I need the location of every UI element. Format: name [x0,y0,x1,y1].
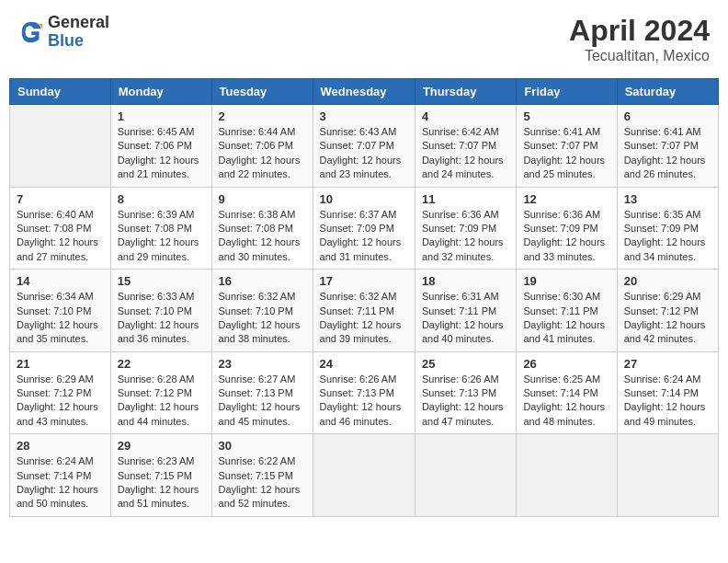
day-info: Sunrise: 6:26 AM Sunset: 7:13 PM Dayligh… [422,373,509,430]
calendar-cell: 24Sunrise: 6:26 AM Sunset: 7:13 PM Dayli… [313,351,415,434]
day-header-friday: Friday [517,79,617,105]
title-block: April 2024 Tecualtitan, Mexico [569,14,710,64]
calendar-cell: 12Sunrise: 6:36 AM Sunset: 7:09 PM Dayli… [517,187,617,270]
calendar-cell: 10Sunrise: 6:37 AM Sunset: 7:09 PM Dayli… [313,187,415,270]
calendar-cell: 16Sunrise: 6:32 AM Sunset: 7:10 PM Dayli… [211,270,313,352]
day-info: Sunrise: 6:40 AM Sunset: 7:08 PM Dayligh… [17,208,104,265]
day-number: 25 [422,357,509,371]
calendar-cell: 25Sunrise: 6:26 AM Sunset: 7:13 PM Dayli… [415,351,516,434]
calendar-cell [313,434,415,517]
day-info: Sunrise: 6:33 AM Sunset: 7:10 PM Dayligh… [118,290,205,347]
calendar-cell: 7Sunrise: 6:40 AM Sunset: 7:08 PM Daylig… [10,187,111,270]
day-header-sunday: Sunday [10,79,111,105]
day-info: Sunrise: 6:25 AM Sunset: 7:14 PM Dayligh… [523,373,609,430]
logo-text: General Blue [48,14,109,51]
calendar-week-row: 28Sunrise: 6:24 AM Sunset: 7:14 PM Dayli… [10,434,719,517]
day-info: Sunrise: 6:31 AM Sunset: 7:11 PM Dayligh… [422,290,509,347]
logo-icon [18,18,46,46]
calendar-cell: 20Sunrise: 6:29 AM Sunset: 7:12 PM Dayli… [617,270,718,352]
calendar-cell: 14Sunrise: 6:34 AM Sunset: 7:10 PM Dayli… [10,270,111,352]
day-number: 8 [118,192,205,206]
day-header-thursday: Thursday [415,79,516,105]
calendar-week-row: 1Sunrise: 6:45 AM Sunset: 7:06 PM Daylig… [10,105,719,188]
day-number: 2 [219,109,306,123]
calendar-cell: 11Sunrise: 6:36 AM Sunset: 7:09 PM Dayli… [415,187,516,270]
calendar-cell [10,105,111,188]
day-number: 7 [17,192,104,206]
day-number: 19 [523,274,609,288]
calendar-cell: 13Sunrise: 6:35 AM Sunset: 7:09 PM Dayli… [617,187,718,270]
day-number: 14 [17,274,104,288]
calendar-cell: 21Sunrise: 6:29 AM Sunset: 7:12 PM Dayli… [10,351,111,434]
day-info: Sunrise: 6:29 AM Sunset: 7:12 PM Dayligh… [624,290,711,347]
day-number: 9 [219,192,306,206]
calendar-table: SundayMondayTuesdayWednesdayThursdayFrid… [9,78,719,517]
day-info: Sunrise: 6:32 AM Sunset: 7:10 PM Dayligh… [219,290,306,347]
calendar-cell [617,434,718,517]
day-header-saturday: Saturday [617,79,718,105]
day-info: Sunrise: 6:42 AM Sunset: 7:07 PM Dayligh… [422,125,509,182]
calendar-cell [415,434,516,517]
day-info: Sunrise: 6:36 AM Sunset: 7:09 PM Dayligh… [523,208,609,265]
day-number: 1 [118,109,205,123]
logo-blue-text: Blue [48,32,109,51]
day-number: 17 [320,274,408,288]
day-info: Sunrise: 6:37 AM Sunset: 7:09 PM Dayligh… [320,208,408,265]
calendar-week-row: 14Sunrise: 6:34 AM Sunset: 7:10 PM Dayli… [10,270,719,352]
logo: General Blue [18,14,109,51]
calendar-cell: 23Sunrise: 6:27 AM Sunset: 7:13 PM Dayli… [211,351,313,434]
calendar-cell: 18Sunrise: 6:31 AM Sunset: 7:11 PM Dayli… [415,270,516,352]
day-info: Sunrise: 6:43 AM Sunset: 7:07 PM Dayligh… [320,125,408,182]
day-info: Sunrise: 6:41 AM Sunset: 7:07 PM Dayligh… [624,125,711,182]
calendar-cell: 28Sunrise: 6:24 AM Sunset: 7:14 PM Dayli… [10,434,111,517]
day-info: Sunrise: 6:30 AM Sunset: 7:11 PM Dayligh… [523,290,609,347]
calendar-header-row: SundayMondayTuesdayWednesdayThursdayFrid… [10,79,719,105]
day-info: Sunrise: 6:38 AM Sunset: 7:08 PM Dayligh… [219,208,306,265]
day-header-monday: Monday [110,79,211,105]
calendar-cell: 5Sunrise: 6:41 AM Sunset: 7:07 PM Daylig… [517,105,617,188]
calendar-cell: 29Sunrise: 6:23 AM Sunset: 7:15 PM Dayli… [110,434,211,517]
day-info: Sunrise: 6:28 AM Sunset: 7:12 PM Dayligh… [118,373,205,430]
day-number: 11 [422,192,509,206]
calendar-cell: 6Sunrise: 6:41 AM Sunset: 7:07 PM Daylig… [617,105,718,188]
day-number: 22 [118,357,205,371]
day-info: Sunrise: 6:35 AM Sunset: 7:09 PM Dayligh… [624,208,711,265]
day-info: Sunrise: 6:23 AM Sunset: 7:15 PM Dayligh… [118,454,205,511]
day-info: Sunrise: 6:45 AM Sunset: 7:06 PM Dayligh… [118,125,205,182]
logo-general-text: General [48,14,109,32]
day-header-tuesday: Tuesday [211,79,313,105]
day-number: 5 [523,109,609,123]
day-info: Sunrise: 6:41 AM Sunset: 7:07 PM Dayligh… [523,125,609,182]
day-number: 13 [624,192,711,206]
day-number: 26 [523,357,609,371]
day-number: 15 [118,274,205,288]
calendar-cell [517,434,617,517]
day-info: Sunrise: 6:24 AM Sunset: 7:14 PM Dayligh… [624,373,711,430]
day-number: 10 [320,192,408,206]
calendar-cell: 27Sunrise: 6:24 AM Sunset: 7:14 PM Dayli… [617,351,718,434]
day-number: 24 [320,357,408,371]
location-title: Tecualtitan, Mexico [569,48,710,64]
calendar-cell: 9Sunrise: 6:38 AM Sunset: 7:08 PM Daylig… [211,187,313,270]
calendar-cell: 15Sunrise: 6:33 AM Sunset: 7:10 PM Dayli… [110,270,211,352]
calendar-cell: 19Sunrise: 6:30 AM Sunset: 7:11 PM Dayli… [517,270,617,352]
calendar-cell: 8Sunrise: 6:39 AM Sunset: 7:08 PM Daylig… [110,187,211,270]
day-header-wednesday: Wednesday [313,79,415,105]
day-info: Sunrise: 6:34 AM Sunset: 7:10 PM Dayligh… [17,290,104,347]
day-number: 21 [17,357,104,371]
day-number: 4 [422,109,509,123]
day-number: 16 [219,274,306,288]
day-number: 6 [624,109,711,123]
day-number: 18 [422,274,509,288]
calendar-cell: 30Sunrise: 6:22 AM Sunset: 7:15 PM Dayli… [211,434,313,517]
day-number: 20 [624,274,711,288]
calendar-week-row: 7Sunrise: 6:40 AM Sunset: 7:08 PM Daylig… [10,187,719,270]
calendar-cell: 3Sunrise: 6:43 AM Sunset: 7:07 PM Daylig… [313,105,415,188]
day-info: Sunrise: 6:32 AM Sunset: 7:11 PM Dayligh… [320,290,408,347]
day-info: Sunrise: 6:27 AM Sunset: 7:13 PM Dayligh… [219,373,306,430]
calendar-cell: 1Sunrise: 6:45 AM Sunset: 7:06 PM Daylig… [110,105,211,188]
day-info: Sunrise: 6:39 AM Sunset: 7:08 PM Dayligh… [118,208,205,265]
day-info: Sunrise: 6:29 AM Sunset: 7:12 PM Dayligh… [17,373,104,430]
day-number: 3 [320,109,408,123]
day-info: Sunrise: 6:26 AM Sunset: 7:13 PM Dayligh… [320,373,408,430]
